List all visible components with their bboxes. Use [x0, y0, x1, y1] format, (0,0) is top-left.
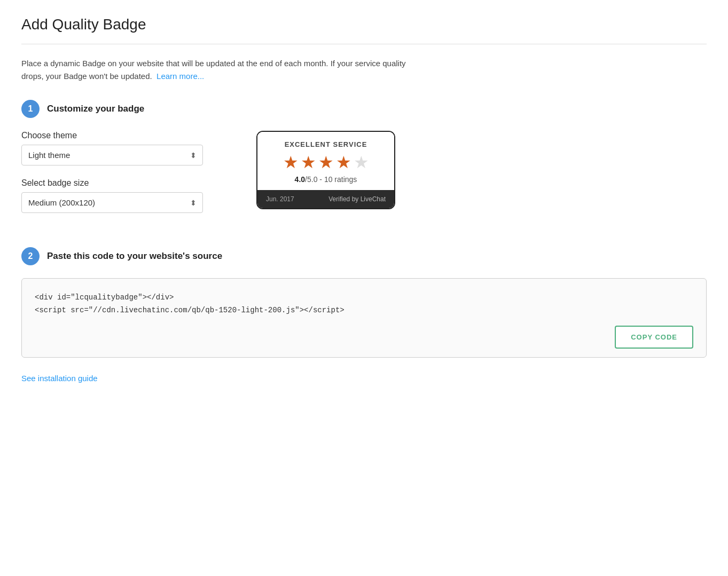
- page-title: Add Quality Badge: [21, 16, 707, 33]
- page-description: Place a dynamic Badge on your website th…: [21, 57, 427, 83]
- badge-date: Jun. 2017: [266, 195, 294, 203]
- copy-btn-row: COPY CODE: [35, 326, 693, 349]
- star-5: ★: [354, 154, 369, 171]
- learn-more-link[interactable]: Learn more...: [156, 72, 204, 81]
- badge-verified: Verified by LiveChat: [328, 195, 386, 203]
- controls-panel: Choose theme Light theme Dark theme ⬍ Se…: [21, 131, 224, 226]
- badge-top: EXCELLENT SERVICE ★ ★ ★ ★ ★ 4.0/5.0 - 10…: [257, 132, 394, 190]
- step1-circle: 1: [21, 100, 40, 118]
- customize-section: Choose theme Light theme Dark theme ⬍ Se…: [21, 131, 707, 226]
- star-2: ★: [301, 154, 316, 171]
- star-1: ★: [283, 154, 299, 171]
- code-box: <div id="lcqualitybadge"></div> <script …: [21, 278, 707, 358]
- badge-stars: ★ ★ ★ ★ ★: [268, 154, 383, 171]
- theme-group: Choose theme Light theme Dark theme ⬍: [21, 131, 224, 165]
- step2-header: 2 Paste this code to your website's sour…: [21, 247, 707, 265]
- badge-preview: EXCELLENT SERVICE ★ ★ ★ ★ ★ 4.0/5.0 - 10…: [256, 131, 395, 209]
- code-content: <div id="lcqualitybadge"></div> <script …: [35, 291, 693, 317]
- copy-code-button[interactable]: COPY CODE: [615, 326, 693, 349]
- theme-label: Choose theme: [21, 131, 224, 140]
- badge-rating-text: 4.0/5.0 - 10 ratings: [268, 175, 383, 184]
- section-divider: [21, 44, 707, 44]
- star-4: ★: [336, 154, 351, 171]
- size-select-wrapper[interactable]: Small (100x60) Medium (200x120) Large (3…: [21, 192, 203, 213]
- step1-title: Customize your badge: [47, 104, 144, 114]
- code-line-2: <script src="//cdn.livechatinc.com/qb/qb…: [35, 304, 693, 317]
- badge-rating-number: 4.0: [295, 175, 305, 184]
- size-group: Select badge size Small (100x60) Medium …: [21, 178, 224, 213]
- step2-section: 2 Paste this code to your website's sour…: [21, 247, 707, 358]
- step2-title: Paste this code to your website's source: [47, 251, 222, 262]
- step2-circle: 2: [21, 247, 40, 265]
- star-3: ★: [318, 154, 334, 171]
- theme-select[interactable]: Light theme Dark theme: [21, 145, 203, 165]
- theme-select-wrapper[interactable]: Light theme Dark theme ⬍: [21, 145, 203, 165]
- size-label: Select badge size: [21, 178, 224, 188]
- code-line-1: <div id="lcqualitybadge"></div>: [35, 291, 693, 304]
- step1-header: 1 Customize your badge: [21, 100, 707, 118]
- description-text: Place a dynamic Badge on your website th…: [21, 59, 406, 81]
- badge-label: EXCELLENT SERVICE: [268, 140, 383, 148]
- size-select[interactable]: Small (100x60) Medium (200x120) Large (3…: [21, 192, 203, 213]
- badge-bottom: Jun. 2017 Verified by LiveChat: [257, 190, 394, 208]
- install-guide-link[interactable]: See installation guide: [21, 374, 98, 383]
